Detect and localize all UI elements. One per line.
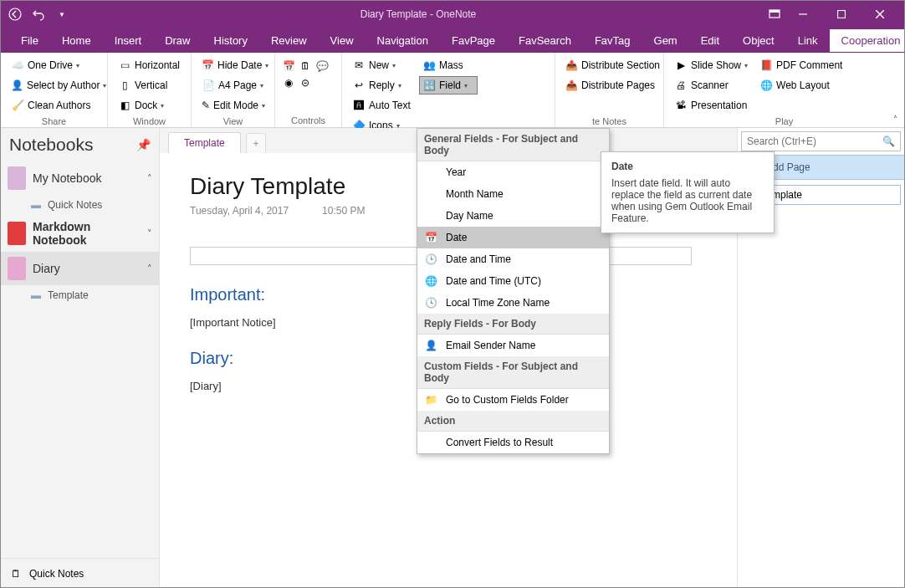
vertical-button[interactable]: ▯Vertical	[115, 76, 184, 95]
pin-icon[interactable]: 📌	[136, 138, 151, 151]
notebook-markdown[interactable]: Markdown Notebook ˅	[1, 215, 159, 252]
slide-show-button[interactable]: ▶Slide Show▾	[671, 56, 751, 74]
chevron-down-icon[interactable]: ˅	[147, 228, 152, 239]
minimize-button[interactable]	[784, 1, 822, 28]
new-button[interactable]: ✉New▾	[349, 56, 414, 74]
distribute-section-button[interactable]: 📤Distribute Section	[562, 56, 657, 74]
tab-favpage[interactable]: FavPage	[440, 29, 507, 52]
pdf-comment-button[interactable]: 📕PDF Comment	[756, 56, 846, 74]
utc-icon: 🌐	[424, 274, 437, 288]
ribbon-display-options-icon[interactable]	[765, 5, 784, 23]
chevron-up-icon[interactable]: ˄	[147, 173, 152, 184]
web-layout-button[interactable]: 🌐Web Layout	[756, 76, 846, 95]
folder-icon: 📁	[424, 393, 437, 406]
quick-notes-footer[interactable]: 🗒 Quick Notes	[1, 558, 159, 588]
qat-customize-icon[interactable]: ▼	[53, 5, 71, 23]
mass-button[interactable]: 👥Mass	[419, 56, 478, 74]
dd-item-date[interactable]: 📅Date	[417, 227, 609, 248]
tab-object[interactable]: Object	[731, 29, 786, 52]
tab-history[interactable]: History	[202, 29, 259, 52]
tab-cooperation[interactable]: Cooperation	[830, 29, 905, 52]
tab-view[interactable]: View	[319, 29, 366, 52]
tab-draw[interactable]: Draw	[153, 29, 202, 52]
dd-item-email-sender[interactable]: 👤Email Sender Name	[417, 335, 609, 356]
svg-point-0	[9, 8, 21, 20]
notebook-my-notebook[interactable]: My Notebook ˄	[1, 161, 159, 195]
tab-navigation[interactable]: Navigation	[366, 29, 440, 52]
collapse-ribbon-icon[interactable]: ˄	[893, 115, 897, 124]
workspace: Notebooks 📌 My Notebook ˄ ▬Quick Notes M…	[1, 128, 904, 588]
page-list-item[interactable]: mplate	[766, 185, 901, 205]
section-quick-notes[interactable]: ▬Quick Notes	[1, 195, 159, 215]
tab-home[interactable]: Home	[50, 29, 103, 52]
ribbon: ☁️One Drive▾ 👤Select by Author▾ 🧹Clean A…	[1, 53, 904, 128]
svg-rect-4	[838, 11, 846, 18]
tab-favtag[interactable]: FavTag	[583, 29, 642, 52]
dd-item-date-and-time[interactable]: 🕒Date and Time	[417, 248, 609, 270]
ribbon-tabs: File Home Insert Draw History Review Vie…	[1, 28, 904, 53]
section-template[interactable]: ▬Template	[1, 285, 159, 305]
select-by-author-button[interactable]: 👤Select by Author▾	[8, 76, 100, 95]
tab-edit[interactable]: Edit	[689, 29, 731, 52]
maximize-button[interactable]	[822, 1, 861, 28]
dd-item-year[interactable]: Year	[417, 161, 609, 183]
scanner-button[interactable]: 🖨Scanner	[671, 76, 751, 95]
add-section-button[interactable]: ＋	[246, 133, 266, 153]
auto-text-button[interactable]: 🅰Auto Text	[349, 96, 414, 115]
one-drive-button[interactable]: ☁️One Drive▾	[8, 56, 100, 74]
control-date-icon[interactable]: 📅	[282, 59, 295, 73]
back-icon[interactable]	[6, 5, 24, 23]
section-icon: ▬	[29, 289, 43, 302]
dock-button[interactable]: ◧Dock▾	[115, 96, 184, 115]
tooltip-title: Date	[611, 161, 764, 172]
tab-gem[interactable]: Gem	[642, 29, 689, 52]
control-radio-icon[interactable]: ◉	[282, 76, 295, 89]
dd-item-convert-fields[interactable]: Convert Fields to Result	[417, 432, 609, 453]
tab-favsearch[interactable]: FavSearch	[507, 29, 583, 52]
clock-icon: 🕓	[424, 296, 437, 309]
search-box[interactable]: 🔍	[741, 131, 901, 151]
edit-mode-button[interactable]: ✎Edit Mode▾	[198, 96, 268, 115]
vertical-icon: ▯	[118, 79, 131, 92]
undo-icon[interactable]	[29, 5, 48, 23]
section-tab-template[interactable]: Template	[168, 132, 241, 153]
dd-item-day-name[interactable]: Day Name	[417, 205, 609, 227]
hide-date-button[interactable]: 📅Hide Date▾	[198, 56, 268, 74]
tab-insert[interactable]: Insert	[103, 29, 154, 52]
window-buttons	[784, 1, 899, 28]
tab-link[interactable]: Link	[786, 29, 830, 52]
tab-review[interactable]: Review	[259, 29, 319, 52]
distribute-pages-button[interactable]: 📤Distribute Pages	[562, 76, 657, 95]
clean-authors-button[interactable]: 🧹Clean Authors	[8, 96, 100, 115]
notebook-color-icon	[8, 166, 26, 190]
control-tooltip-icon[interactable]: 💬	[315, 59, 329, 73]
dd-item-date-and-time-utc[interactable]: 🌐Date and Time (UTC)	[417, 270, 609, 292]
web-icon: 🌐	[759, 79, 773, 92]
a4-page-button[interactable]: 📄A4 Page▾	[198, 76, 268, 95]
control-weekday-icon[interactable]: 🗓	[299, 59, 312, 73]
field-button[interactable]: 🔣Field▾	[419, 76, 478, 95]
presentation-button[interactable]: 📽Presentation	[671, 96, 751, 115]
group-label-view: View	[198, 115, 268, 126]
title-bar: ▼ Diary Template - OneNote	[1, 1, 904, 28]
notebook-diary[interactable]: Diary ˄	[1, 252, 159, 285]
tab-file[interactable]: File	[9, 29, 50, 52]
reply-button[interactable]: ↩Reply▾	[349, 76, 414, 95]
control-slider-icon[interactable]: ⊝	[299, 76, 312, 89]
datetime-icon: 🕒	[424, 253, 437, 266]
mail-icon: ✉	[352, 59, 366, 72]
horizontal-button[interactable]: ▭Horizontal	[115, 56, 184, 74]
person-icon: 👤	[11, 79, 23, 92]
field-icon: 🔣	[422, 79, 436, 92]
chevron-up-icon[interactable]: ˄	[147, 263, 152, 274]
notebook-color-icon	[8, 222, 26, 245]
field-dropdown: General Fields - For Subject and Body Ye…	[417, 128, 610, 454]
reply-icon: ↩	[352, 79, 366, 92]
close-button[interactable]	[861, 1, 899, 28]
group-label-notes: te Notes	[562, 115, 657, 126]
search-input[interactable]	[747, 135, 882, 147]
dd-item-local-tz[interactable]: 🕓Local Time Zone Name	[417, 292, 609, 314]
search-icon[interactable]: 🔍	[882, 135, 895, 148]
dd-item-month-name[interactable]: Month Name	[417, 183, 609, 205]
dd-item-go-custom-folder[interactable]: 📁Go to Custom Fields Folder	[417, 389, 609, 411]
